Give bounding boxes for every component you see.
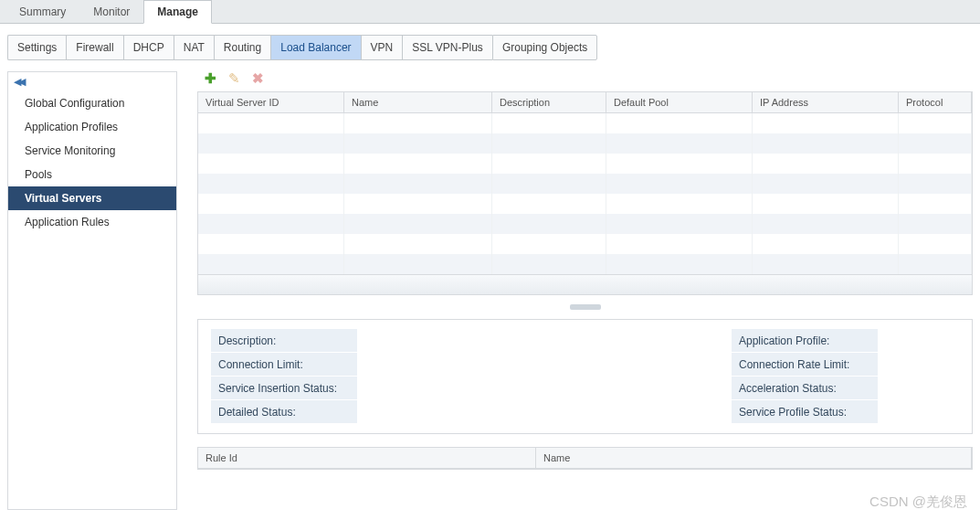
- main-panel: ✚ ✎ ✖ Virtual Server ID Name Description…: [177, 71, 973, 510]
- sidebar-item-virtual-servers[interactable]: Virtual Servers: [8, 186, 176, 210]
- subtab-dhcp[interactable]: DHCP: [123, 35, 174, 60]
- label-connection-limit: Connection Limit:: [211, 353, 357, 377]
- sub-tabs: Settings Firewall DHCP NAT Routing Load …: [0, 24, 980, 66]
- col-name[interactable]: Name: [344, 92, 492, 113]
- collapse-sidebar-icon[interactable]: ◀◀: [8, 72, 176, 91]
- subtab-grouping-objects[interactable]: Grouping Objects: [492, 35, 597, 60]
- label-application-profile: Application Profile:: [732, 329, 878, 353]
- sidebar-item-service-monitoring[interactable]: Service Monitoring: [8, 139, 176, 163]
- label-acceleration-status: Acceleration Status:: [732, 377, 878, 400]
- col-ip-address[interactable]: IP Address: [753, 92, 899, 113]
- grid-footer: [198, 274, 972, 294]
- sidebar-item-application-rules[interactable]: Application Rules: [8, 210, 176, 234]
- rules-grid: Rule Id Name: [197, 447, 973, 470]
- delete-icon[interactable]: ✖: [250, 71, 265, 86]
- subtab-firewall[interactable]: Firewall: [66, 35, 122, 60]
- label-description: Description:: [211, 329, 357, 353]
- tab-manage[interactable]: Manage: [143, 0, 212, 24]
- subtab-vpn[interactable]: VPN: [361, 35, 403, 60]
- pane-splitter[interactable]: [197, 302, 973, 312]
- subtab-settings[interactable]: Settings: [7, 35, 66, 60]
- col-protocol[interactable]: Protocol: [899, 92, 972, 113]
- label-connection-rate-limit: Connection Rate Limit:: [732, 353, 878, 377]
- sidebar-item-pools[interactable]: Pools: [8, 163, 176, 186]
- subtab-nat[interactable]: NAT: [174, 35, 214, 60]
- sidebar-item-global-config[interactable]: Global Configuration: [8, 91, 176, 115]
- subtab-routing[interactable]: Routing: [214, 35, 270, 60]
- tab-summary[interactable]: Summary: [5, 0, 79, 24]
- toolbar: ✚ ✎ ✖: [197, 71, 973, 91]
- edit-icon[interactable]: ✎: [227, 71, 241, 86]
- subtab-load-balancer[interactable]: Load Balancer: [270, 35, 360, 60]
- col-default-pool[interactable]: Default Pool: [606, 92, 753, 113]
- add-icon[interactable]: ✚: [203, 71, 217, 86]
- virtual-servers-grid: Virtual Server ID Name Description Defau…: [197, 91, 973, 295]
- subtab-ssl-vpn-plus[interactable]: SSL VPN-Plus: [402, 35, 492, 60]
- top-tabs: Summary Monitor Manage: [0, 0, 980, 24]
- label-service-profile-status: Service Profile Status:: [732, 400, 878, 424]
- detail-panel: Description: Connection Limit: Service I…: [197, 319, 973, 434]
- col-rule-id[interactable]: Rule Id: [198, 448, 536, 469]
- grid-body: [198, 113, 972, 274]
- splitter-handle-icon[interactable]: [570, 304, 601, 310]
- col-rule-name[interactable]: Name: [536, 448, 972, 469]
- sidebar-item-application-profiles[interactable]: Application Profiles: [8, 115, 176, 139]
- label-service-insertion-status: Service Insertion Status:: [211, 377, 357, 400]
- label-detailed-status: Detailed Status:: [211, 400, 357, 424]
- col-virtual-server-id[interactable]: Virtual Server ID: [198, 92, 344, 113]
- sidebar: ◀◀ Global Configuration Application Prof…: [7, 71, 177, 510]
- col-description[interactable]: Description: [492, 92, 606, 113]
- tab-monitor[interactable]: Monitor: [79, 0, 143, 24]
